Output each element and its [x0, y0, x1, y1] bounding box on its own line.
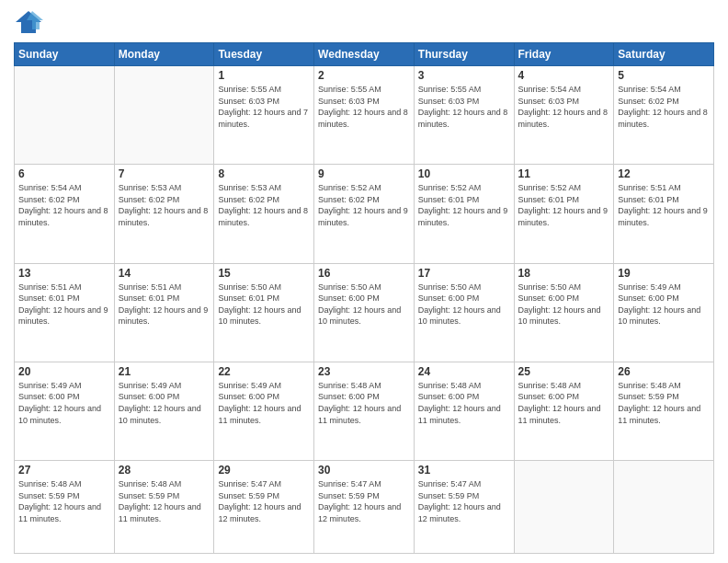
day-number: 7: [119, 167, 210, 180]
calendar-cell: 1Sunrise: 5:55 AM Sunset: 6:03 PM Daylig…: [214, 66, 314, 165]
day-number: 27: [18, 464, 110, 477]
calendar-cell: 31Sunrise: 5:47 AM Sunset: 5:59 PM Dayli…: [414, 461, 514, 554]
day-number: 9: [318, 167, 410, 180]
day-info: Sunrise: 5:50 AM Sunset: 6:00 PM Dayligh…: [318, 282, 410, 327]
week-row-2: 6Sunrise: 5:54 AM Sunset: 6:02 PM Daylig…: [15, 165, 714, 263]
day-number: 3: [418, 69, 510, 82]
day-info: Sunrise: 5:50 AM Sunset: 6:01 PM Dayligh…: [218, 282, 310, 327]
day-number: 26: [618, 365, 710, 378]
calendar-cell: 17Sunrise: 5:50 AM Sunset: 6:00 PM Dayli…: [414, 263, 514, 362]
weekday-header-thursday: Thursday: [414, 43, 514, 66]
day-number: 23: [318, 365, 410, 378]
day-info: Sunrise: 5:55 AM Sunset: 6:03 PM Dayligh…: [418, 84, 510, 130]
week-row-5: 27Sunrise: 5:48 AM Sunset: 5:59 PM Dayli…: [15, 461, 714, 554]
day-number: 16: [318, 267, 410, 280]
day-info: Sunrise: 5:55 AM Sunset: 6:03 PM Dayligh…: [218, 84, 310, 130]
day-info: Sunrise: 5:49 AM Sunset: 6:00 PM Dayligh…: [618, 282, 710, 327]
day-number: 24: [418, 365, 510, 378]
day-info: Sunrise: 5:47 AM Sunset: 5:59 PM Dayligh…: [218, 478, 310, 524]
calendar-cell: 23Sunrise: 5:48 AM Sunset: 6:00 PM Dayli…: [314, 362, 415, 460]
calendar-cell: 18Sunrise: 5:50 AM Sunset: 6:00 PM Dayli…: [514, 263, 614, 362]
calendar-cell: 5Sunrise: 5:54 AM Sunset: 6:02 PM Daylig…: [614, 66, 714, 165]
day-number: 10: [418, 167, 510, 180]
calendar-cell: 7Sunrise: 5:53 AM Sunset: 6:02 PM Daylig…: [114, 165, 214, 263]
logo: [14, 9, 47, 35]
day-info: Sunrise: 5:48 AM Sunset: 5:59 PM Dayligh…: [119, 478, 210, 524]
day-info: Sunrise: 5:49 AM Sunset: 6:00 PM Dayligh…: [119, 380, 210, 426]
calendar-cell: [114, 66, 214, 165]
calendar-cell: 16Sunrise: 5:50 AM Sunset: 6:00 PM Dayli…: [314, 263, 415, 362]
calendar-cell: 12Sunrise: 5:51 AM Sunset: 6:01 PM Dayli…: [614, 165, 714, 263]
calendar-cell: 19Sunrise: 5:49 AM Sunset: 6:00 PM Dayli…: [614, 263, 714, 362]
calendar-cell: [15, 66, 115, 165]
day-info: Sunrise: 5:51 AM Sunset: 6:01 PM Dayligh…: [18, 282, 110, 327]
day-number: 12: [618, 167, 710, 180]
day-number: 21: [119, 365, 210, 378]
weekday-header-row: SundayMondayTuesdayWednesdayThursdayFrid…: [15, 43, 714, 66]
day-number: 14: [119, 267, 210, 280]
calendar-cell: 25Sunrise: 5:48 AM Sunset: 6:00 PM Dayli…: [514, 362, 614, 460]
calendar-cell: 28Sunrise: 5:48 AM Sunset: 5:59 PM Dayli…: [114, 461, 214, 554]
calendar-cell: 9Sunrise: 5:52 AM Sunset: 6:02 PM Daylig…: [314, 165, 415, 263]
day-info: Sunrise: 5:49 AM Sunset: 6:00 PM Dayligh…: [218, 380, 310, 426]
calendar-cell: 11Sunrise: 5:52 AM Sunset: 6:01 PM Dayli…: [514, 165, 614, 263]
day-info: Sunrise: 5:50 AM Sunset: 6:00 PM Dayligh…: [518, 282, 610, 327]
day-info: Sunrise: 5:54 AM Sunset: 6:02 PM Dayligh…: [18, 182, 110, 228]
weekday-header-monday: Monday: [114, 43, 214, 66]
week-row-4: 20Sunrise: 5:49 AM Sunset: 6:00 PM Dayli…: [15, 362, 714, 460]
calendar-cell: 29Sunrise: 5:47 AM Sunset: 5:59 PM Dayli…: [214, 461, 314, 554]
calendar-cell: 20Sunrise: 5:49 AM Sunset: 6:00 PM Dayli…: [15, 362, 115, 460]
weekday-header-saturday: Saturday: [614, 43, 714, 66]
day-number: 2: [318, 69, 410, 82]
calendar-cell: 30Sunrise: 5:47 AM Sunset: 5:59 PM Dayli…: [314, 461, 415, 554]
calendar-cell: 6Sunrise: 5:54 AM Sunset: 6:02 PM Daylig…: [15, 165, 115, 263]
day-info: Sunrise: 5:52 AM Sunset: 6:01 PM Dayligh…: [418, 182, 510, 228]
header: [14, 9, 714, 35]
day-number: 6: [18, 167, 110, 180]
day-number: 25: [518, 365, 610, 378]
week-row-1: 1Sunrise: 5:55 AM Sunset: 6:03 PM Daylig…: [15, 66, 714, 165]
day-number: 20: [18, 365, 110, 378]
calendar-cell: 4Sunrise: 5:54 AM Sunset: 6:03 PM Daylig…: [514, 66, 614, 165]
calendar-cell: 21Sunrise: 5:49 AM Sunset: 6:00 PM Dayli…: [114, 362, 214, 460]
calendar-cell: 26Sunrise: 5:48 AM Sunset: 5:59 PM Dayli…: [614, 362, 714, 460]
day-number: 15: [218, 267, 310, 280]
day-number: 5: [618, 69, 710, 82]
week-row-3: 13Sunrise: 5:51 AM Sunset: 6:01 PM Dayli…: [15, 263, 714, 362]
day-info: Sunrise: 5:49 AM Sunset: 6:00 PM Dayligh…: [18, 380, 110, 426]
day-number: 31: [418, 464, 510, 477]
day-number: 18: [518, 267, 610, 280]
day-number: 28: [119, 464, 210, 477]
day-number: 8: [218, 167, 310, 180]
day-number: 30: [318, 464, 410, 477]
calendar-cell: 24Sunrise: 5:48 AM Sunset: 6:00 PM Dayli…: [414, 362, 514, 460]
logo-icon: [14, 9, 43, 35]
day-info: Sunrise: 5:47 AM Sunset: 5:59 PM Dayligh…: [418, 478, 510, 524]
day-info: Sunrise: 5:51 AM Sunset: 6:01 PM Dayligh…: [618, 182, 710, 228]
day-info: Sunrise: 5:54 AM Sunset: 6:03 PM Dayligh…: [518, 84, 610, 130]
calendar-cell: 3Sunrise: 5:55 AM Sunset: 6:03 PM Daylig…: [414, 66, 514, 165]
day-number: 19: [618, 267, 710, 280]
calendar-cell: [514, 461, 614, 554]
day-number: 17: [418, 267, 510, 280]
day-info: Sunrise: 5:48 AM Sunset: 6:00 PM Dayligh…: [318, 380, 410, 426]
day-info: Sunrise: 5:48 AM Sunset: 5:59 PM Dayligh…: [618, 380, 710, 426]
day-info: Sunrise: 5:48 AM Sunset: 5:59 PM Dayligh…: [18, 478, 110, 524]
day-info: Sunrise: 5:54 AM Sunset: 6:02 PM Dayligh…: [618, 84, 710, 130]
calendar-cell: 2Sunrise: 5:55 AM Sunset: 6:03 PM Daylig…: [314, 66, 415, 165]
day-info: Sunrise: 5:53 AM Sunset: 6:02 PM Dayligh…: [119, 182, 210, 228]
day-number: 13: [18, 267, 110, 280]
calendar-cell: [614, 461, 714, 554]
weekday-header-friday: Friday: [514, 43, 614, 66]
calendar-table: SundayMondayTuesdayWednesdayThursdayFrid…: [14, 42, 714, 554]
weekday-header-wednesday: Wednesday: [314, 43, 415, 66]
day-info: Sunrise: 5:52 AM Sunset: 6:02 PM Dayligh…: [318, 182, 410, 228]
day-number: 1: [218, 69, 310, 82]
calendar-cell: 15Sunrise: 5:50 AM Sunset: 6:01 PM Dayli…: [214, 263, 314, 362]
calendar-cell: 14Sunrise: 5:51 AM Sunset: 6:01 PM Dayli…: [114, 263, 214, 362]
day-info: Sunrise: 5:52 AM Sunset: 6:01 PM Dayligh…: [518, 182, 610, 228]
calendar-cell: 22Sunrise: 5:49 AM Sunset: 6:00 PM Dayli…: [214, 362, 314, 460]
day-info: Sunrise: 5:53 AM Sunset: 6:02 PM Dayligh…: [218, 182, 310, 228]
day-number: 11: [518, 167, 610, 180]
weekday-header-sunday: Sunday: [15, 43, 115, 66]
